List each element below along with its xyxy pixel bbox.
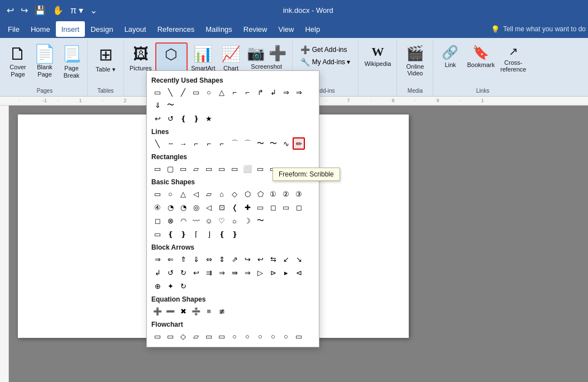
eq-div[interactable]: ➗ bbox=[190, 305, 202, 317]
eq-times[interactable]: ✖ bbox=[177, 305, 189, 317]
ba10[interactable]: ⇆ bbox=[267, 253, 279, 265]
basic-pie[interactable]: ◔ bbox=[164, 201, 176, 213]
line-elbow-arr[interactable]: ⌐ bbox=[216, 137, 228, 150]
line-arrow[interactable]: → bbox=[177, 137, 189, 150]
basic-cross[interactable]: ✚ bbox=[241, 201, 254, 213]
basic-sun[interactable]: ☼ bbox=[228, 214, 241, 227]
ba16[interactable]: ↩ bbox=[190, 266, 202, 279]
line-scribble[interactable]: ✏ bbox=[293, 137, 305, 150]
fc8[interactable]: ○ bbox=[241, 330, 254, 342]
eq-minus[interactable]: ➖ bbox=[164, 305, 176, 317]
wikipedia-button[interactable]: W Wikipedia bbox=[362, 42, 393, 70]
ba4[interactable]: ⇓ bbox=[190, 253, 202, 265]
redo-icon[interactable]: ↪ bbox=[18, 4, 30, 17]
shape-bracket1[interactable]: ❴ bbox=[177, 112, 189, 125]
basic-wave2[interactable]: 〜 bbox=[254, 214, 266, 227]
shape-bracket2[interactable]: ❵ bbox=[190, 112, 202, 125]
line-curve[interactable]: ⌒ bbox=[228, 137, 241, 150]
rect-round2[interactable]: ▭ bbox=[228, 163, 241, 175]
ba11[interactable]: ↙ bbox=[280, 253, 292, 265]
ba8[interactable]: ↪ bbox=[241, 253, 254, 265]
fc12[interactable]: ▭ bbox=[293, 330, 305, 342]
eq-neq[interactable]: ≢ bbox=[216, 305, 228, 317]
line-freeform[interactable]: ∿ bbox=[280, 137, 292, 150]
basic-b7[interactable]: ❵ bbox=[228, 228, 241, 240]
menu-file[interactable]: File bbox=[2, 21, 25, 37]
basic-b6[interactable]: ❴ bbox=[216, 228, 228, 240]
table-button[interactable]: ⊞ Table ▾ bbox=[91, 42, 120, 75]
save-icon[interactable]: 💾 bbox=[32, 4, 48, 17]
ba22[interactable]: ⊳ bbox=[267, 266, 279, 279]
line-dash[interactable]: ╌ bbox=[164, 137, 176, 150]
ba18[interactable]: ⇒ bbox=[216, 266, 228, 279]
ba3[interactable]: ⇑ bbox=[177, 253, 189, 265]
rect-snip1[interactable]: ▭ bbox=[177, 163, 189, 175]
pictures-button[interactable]: 🖼 Pictures bbox=[127, 42, 154, 74]
basic-dia[interactable]: ◇ bbox=[228, 188, 241, 200]
get-addins-button[interactable]: ➕ Get Add-ins bbox=[297, 44, 354, 56]
ba24[interactable]: ⊲ bbox=[293, 266, 305, 279]
pi-icon[interactable]: π ▾ bbox=[68, 4, 85, 17]
shape-curly1[interactable]: ↩ bbox=[151, 112, 164, 125]
basic-no[interactable]: ⊗ bbox=[164, 214, 176, 227]
search-placeholder[interactable]: Tell me what you want to do bbox=[503, 25, 586, 33]
rect-snip3[interactable]: ▭ bbox=[203, 163, 215, 175]
page-break-button[interactable]: 📃 PageBreak bbox=[59, 42, 84, 82]
ba23[interactable]: ▸ bbox=[280, 266, 292, 279]
ba5[interactable]: ⇔ bbox=[203, 253, 215, 265]
basic-b2[interactable]: ❴ bbox=[164, 228, 176, 240]
basic-fold[interactable]: ◻ bbox=[151, 214, 164, 227]
basic-brace[interactable]: ❬ bbox=[228, 201, 241, 213]
shape-darr[interactable]: ⇓ bbox=[151, 99, 164, 111]
fc1[interactable]: ▭ bbox=[151, 330, 164, 342]
menu-help[interactable]: Help bbox=[299, 21, 326, 37]
rect-3d[interactable]: ▭ bbox=[254, 163, 266, 175]
screenshot-button[interactable]: 📷 ➕ Screenshot bbox=[245, 42, 289, 73]
shape-oval[interactable]: ○ bbox=[203, 86, 215, 98]
basic-cube[interactable]: ⊡ bbox=[216, 201, 228, 213]
cover-page-button[interactable]: 🗋 CoverPage bbox=[6, 42, 30, 80]
shape-star[interactable]: ★ bbox=[203, 112, 215, 125]
basic-trap[interactable]: ⌂ bbox=[216, 188, 228, 200]
basic-b3[interactable]: ❵ bbox=[177, 228, 189, 240]
fc2[interactable]: ▭ bbox=[164, 330, 176, 342]
rect-frame[interactable]: ⬜ bbox=[241, 163, 254, 175]
basic-donut[interactable]: ◎ bbox=[190, 201, 202, 213]
line-straight[interactable]: ╲ bbox=[151, 137, 164, 150]
line-scurve[interactable]: 〜 bbox=[254, 137, 266, 150]
shape-arr1[interactable]: ↱ bbox=[254, 86, 266, 98]
basic-hexa[interactable]: ⬡ bbox=[241, 188, 254, 200]
basic-chord[interactable]: ◔ bbox=[177, 201, 189, 213]
shape-line[interactable]: ╲ bbox=[164, 86, 176, 98]
online-video-button[interactable]: 🎬 OnlineVideo bbox=[400, 42, 429, 79]
ba2[interactable]: ⇐ bbox=[164, 253, 176, 265]
fc11[interactable]: ○ bbox=[280, 330, 292, 342]
ba1[interactable]: ⇒ bbox=[151, 253, 164, 265]
blank-page-button[interactable]: 📄 BlankPage bbox=[31, 42, 58, 80]
menu-review[interactable]: Review bbox=[238, 21, 273, 37]
basic-heart[interactable]: ♡ bbox=[216, 214, 228, 227]
basic-clip[interactable]: ◻ bbox=[267, 201, 279, 213]
bookmark-button[interactable]: 🔖 Bookmark bbox=[465, 42, 497, 70]
basic-b4[interactable]: ⌈ bbox=[190, 228, 202, 240]
basic-rect[interactable]: ▭ bbox=[151, 188, 164, 200]
basic-half[interactable]: ◻ bbox=[293, 201, 305, 213]
chart-button[interactable]: 📈 Chart bbox=[219, 42, 243, 74]
fc3[interactable]: ◇ bbox=[177, 330, 189, 342]
shape-rarr2[interactable]: ⇒ bbox=[293, 86, 305, 98]
ba6[interactable]: ⇕ bbox=[216, 253, 228, 265]
ba25[interactable]: ⊕ bbox=[151, 280, 164, 292]
basic-tri[interactable]: △ bbox=[177, 188, 189, 200]
customize-icon[interactable]: ⌄ bbox=[88, 4, 99, 17]
ba7[interactable]: ⇗ bbox=[228, 253, 241, 265]
shape-rect[interactable]: ▭ bbox=[151, 86, 164, 98]
shape-ang1[interactable]: ⌐ bbox=[228, 86, 241, 98]
cross-reference-button[interactable]: ↗ Cross-reference bbox=[498, 42, 528, 75]
basic-2[interactable]: ② bbox=[280, 188, 292, 200]
menu-insert[interactable]: Insert bbox=[56, 21, 85, 37]
ba17[interactable]: ⇉ bbox=[203, 266, 215, 279]
basic-arc[interactable]: ◠ bbox=[177, 214, 189, 227]
basic-1[interactable]: ① bbox=[267, 188, 279, 200]
basic-oval[interactable]: ○ bbox=[164, 188, 176, 200]
shape-rarr[interactable]: ⇒ bbox=[280, 86, 292, 98]
